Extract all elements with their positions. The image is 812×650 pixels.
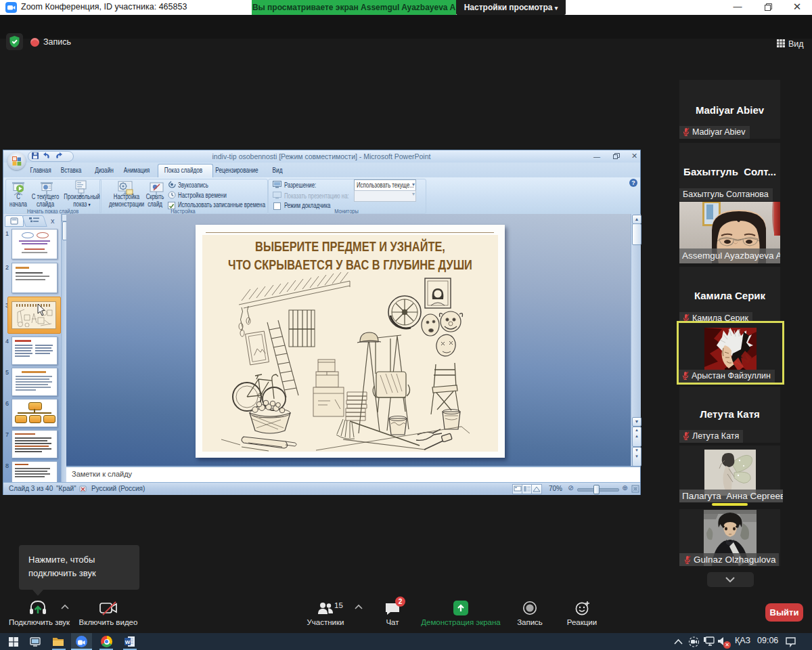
svg-text:W: W (125, 639, 131, 645)
